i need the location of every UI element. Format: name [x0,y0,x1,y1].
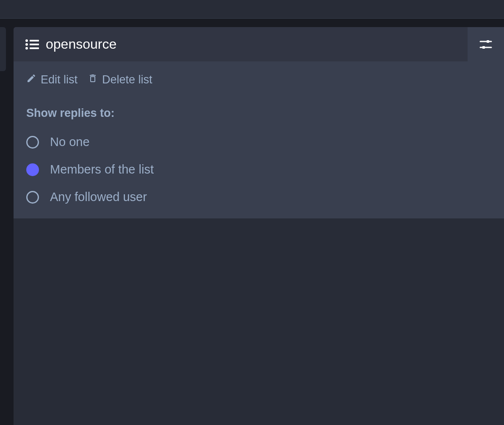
content-area [14,218,504,425]
radio-indicator [26,136,39,149]
main-column: opensource [14,19,504,425]
pencil-icon [26,73,36,86]
main-layout: opensource [0,19,504,425]
delete-list-button[interactable]: Delete list [88,73,152,86]
settings-panel: Edit list Delete list Show replies to: N… [14,61,504,218]
list-icon [25,39,39,50]
column-header-row: opensource [14,27,504,61]
radio-option-members[interactable]: Members of the list [26,163,491,177]
svg-rect-1 [30,40,39,41]
column-title: opensource [46,36,116,52]
delete-list-label: Delete list [102,73,152,86]
column-header[interactable]: opensource [14,27,468,61]
svg-point-2 [25,43,28,46]
action-row: Edit list Delete list [26,73,491,86]
replies-heading: Show replies to: [26,107,491,120]
radio-option-no-one[interactable]: No one [26,135,491,149]
radio-label: Members of the list [50,163,154,177]
svg-point-0 [25,39,28,42]
radio-indicator [26,163,39,176]
svg-rect-7 [487,40,489,43]
radio-indicator [26,191,39,204]
svg-point-4 [25,47,28,50]
left-column-edge [0,27,6,71]
edit-list-label: Edit list [41,73,78,86]
radio-label: Any followed user [50,190,147,204]
trash-icon [88,73,98,86]
radio-option-any-followed[interactable]: Any followed user [26,190,491,204]
edit-list-button[interactable]: Edit list [26,73,78,86]
settings-button[interactable] [468,27,504,61]
svg-rect-9 [482,46,485,49]
radio-label: No one [50,135,90,149]
replies-radio-group: No one Members of the list Any followed … [26,135,491,204]
sliders-icon [479,38,492,51]
spacer [6,19,14,425]
top-bar [0,0,504,19]
svg-rect-5 [30,47,39,49]
svg-rect-3 [30,44,39,45]
